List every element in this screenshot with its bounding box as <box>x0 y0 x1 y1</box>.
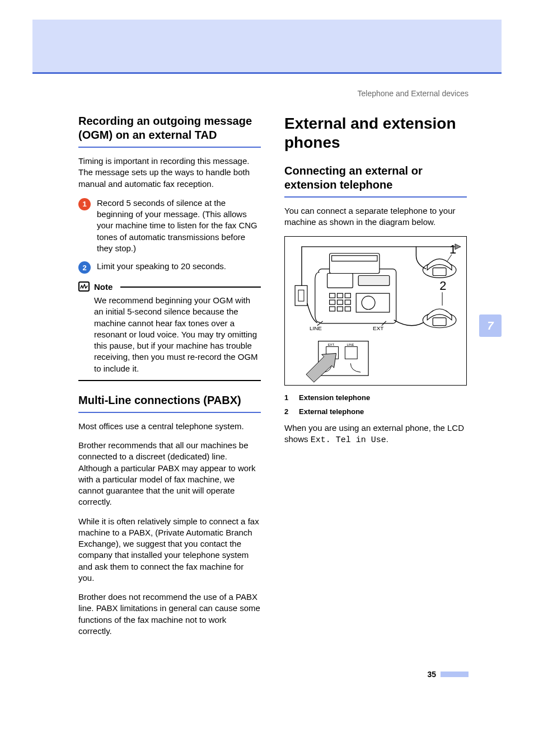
diagram-legend: 1 Extension telephone 2 External telepho… <box>284 393 467 416</box>
running-head: Telephone and External devices <box>358 89 469 98</box>
svg-rect-25 <box>433 267 446 275</box>
paragraph-lcd: When you are using an external phone, th… <box>284 422 467 447</box>
diagram-callout-1: 1 <box>449 242 456 256</box>
step-2: 2 Limit your speaking to 20 seconds. <box>78 261 261 274</box>
note-icon <box>78 281 90 292</box>
svg-rect-11 <box>338 300 343 304</box>
columns: Recording an outgoing message (OGM) on a… <box>78 114 469 645</box>
diagram-label-ext: EXT <box>373 325 383 331</box>
svg-point-17 <box>362 296 375 309</box>
svg-rect-29 <box>345 346 357 359</box>
note-head-rule <box>120 287 261 288</box>
paragraph-pabx-1: Most offices use a central telephone sys… <box>78 421 261 432</box>
diagram-callout-2: 2 <box>439 279 446 293</box>
heading-ogm: Recording an outgoing message (OGM) on a… <box>78 114 261 148</box>
legend-text-2: External telephone <box>299 407 364 416</box>
step-bullet-1-icon: 1 <box>78 198 91 210</box>
heading-external-phones: External and extension phones <box>284 114 467 152</box>
diagram-svg: LINE EXT 2 <box>285 237 466 385</box>
left-column: Recording an outgoing message (OGM) on a… <box>78 114 261 645</box>
svg-rect-9 <box>345 293 350 298</box>
paragraph-pabx-2: Brother recommends that all our machines… <box>78 440 261 508</box>
svg-text:LINE: LINE <box>346 342 354 346</box>
svg-rect-1 <box>298 290 304 301</box>
svg-rect-10 <box>330 300 335 304</box>
svg-rect-13 <box>330 307 335 311</box>
heading-connecting: Connecting an external or extension tele… <box>284 164 467 198</box>
svg-rect-6 <box>358 275 390 285</box>
note-label: Note <box>94 282 113 292</box>
svg-rect-5 <box>327 273 353 288</box>
legend-row-1: 1 Extension telephone <box>284 393 467 402</box>
lcd-suffix: . <box>386 434 388 444</box>
step-2-text: Limit your speaking to 20 seconds. <box>97 261 261 272</box>
header-band <box>32 20 502 72</box>
svg-rect-4 <box>332 255 377 261</box>
page-number-bar <box>441 672 469 677</box>
legend-text-1: Extension telephone <box>299 393 370 402</box>
connection-diagram: LINE EXT 2 <box>284 236 467 386</box>
right-column: External and extension phones Connecting… <box>284 114 467 645</box>
svg-rect-14 <box>338 307 343 311</box>
paragraph-pabx-3: While it is often relatively simple to c… <box>78 516 261 584</box>
legend-num-1: 1 <box>284 393 292 402</box>
header-rule <box>32 72 502 74</box>
page: Telephone and External devices 7 Recordi… <box>0 0 534 756</box>
svg-rect-12 <box>345 300 350 304</box>
note-block: Note We recommend beginning your OGM wit… <box>78 281 261 381</box>
step-1: 1 Record 5 seconds of silence at the beg… <box>78 198 261 254</box>
paragraph-pabx-4: Brother does not recommend the use of a … <box>78 591 261 637</box>
page-number: 35 <box>427 670 436 679</box>
note-body: We recommend beginning your OGM with an … <box>78 295 261 374</box>
paragraph-connect-intro: You can connect a separate telephone to … <box>284 205 467 228</box>
content: Recording an outgoing message (OGM) on a… <box>78 114 469 756</box>
steps-list: 1 Record 5 seconds of silence at the beg… <box>78 198 261 274</box>
svg-rect-21 <box>433 318 446 326</box>
heading-pabx: Multi-Line connections (PABX) <box>78 393 261 413</box>
lcd-code: Ext. Tel in Use <box>311 435 386 445</box>
step-bullet-2-icon: 2 <box>78 261 91 274</box>
paragraph-ogm-intro: Timing is important in recording this me… <box>78 156 261 190</box>
chapter-tab: 7 <box>479 314 502 337</box>
svg-rect-15 <box>345 307 350 311</box>
svg-rect-8 <box>338 293 343 298</box>
legend-num-2: 2 <box>284 407 292 416</box>
step-1-text: Record 5 seconds of silence at the begin… <box>97 198 261 254</box>
svg-text:EXT.: EXT. <box>328 342 335 346</box>
legend-row-2: 2 External telephone <box>284 407 467 416</box>
footer: 35 <box>427 670 469 679</box>
note-head: Note <box>78 281 261 292</box>
svg-rect-7 <box>330 293 335 298</box>
diagram-label-line: LINE <box>310 325 322 331</box>
note-end-rule <box>78 380 261 381</box>
